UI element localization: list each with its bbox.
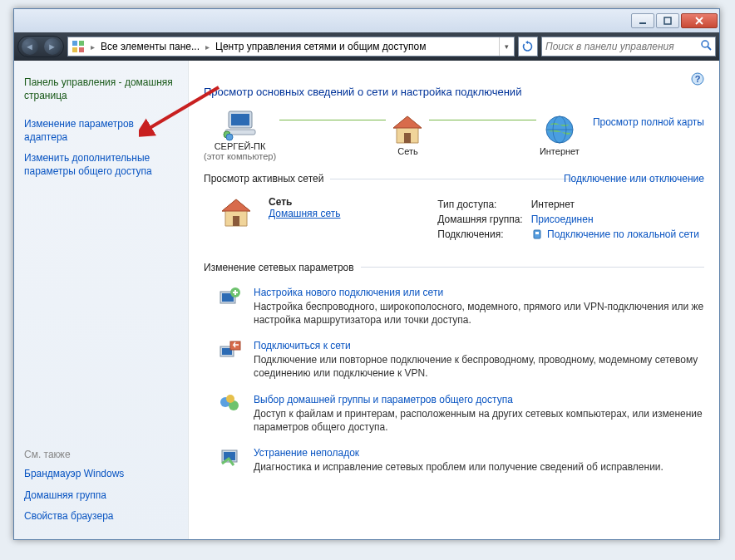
new-connection-icon (219, 287, 242, 308)
network-name: Сеть (269, 196, 340, 208)
svg-rect-14 (231, 114, 249, 125)
svg-rect-25 (535, 232, 539, 234)
svg-rect-23 (233, 216, 239, 226)
task-homegroup-link[interactable]: Выбор домашней группы и параметров общег… (254, 394, 513, 405)
network-map: СЕРГЕЙ-ПК (этот компьютер) Сеть (204, 108, 704, 161)
control-panel-icon (70, 38, 86, 55)
task-troubleshoot: Устранение неполадок Диагностика и испра… (204, 440, 704, 480)
active-networks-section: Просмотр активных сетей Подключение или … (204, 173, 704, 248)
close-button[interactable] (681, 13, 718, 28)
main-content: ? Просмотр основных сведений о сети и на… (189, 61, 719, 539)
search-box[interactable] (541, 37, 716, 56)
homegroup-link[interactable]: Присоединен (531, 214, 594, 225)
sidebar-browser-props[interactable]: Свойства браузера (24, 510, 178, 523)
change-settings-section: Изменение сетевых параметров Настройка н… (204, 262, 704, 480)
titlebar (14, 9, 719, 32)
connections-label: Подключения: (434, 228, 525, 242)
house-icon (219, 196, 254, 229)
task-homegroup: Выбор домашней группы и параметров общег… (204, 387, 704, 440)
task-desc: Доступ к файлам и принтерам, расположенн… (254, 407, 704, 434)
task-desc: Подключение или повторное подключение к … (254, 353, 704, 380)
task-troubleshoot-link[interactable]: Устранение неполадок (254, 447, 359, 459)
access-type-label: Тип доступа: (434, 198, 525, 211)
task-new-connection-link[interactable]: Настройка нового подключения или сети (254, 287, 443, 298)
search-input[interactable] (545, 41, 701, 52)
svg-point-8 (702, 41, 708, 47)
active-networks-legend: Просмотр активных сетей (204, 173, 330, 184)
connect-icon (219, 340, 242, 361)
breadcrumb-segment-network[interactable]: Центр управления сетями и общим доступом (212, 37, 430, 56)
chevron-right-icon: ▸ (88, 42, 97, 52)
connect-disconnect-link[interactable]: Подключение или отключение (564, 173, 704, 184)
task-desc: Настройка беспроводного, широкополосного… (254, 300, 704, 327)
chevron-right-icon: ▸ (203, 42, 212, 52)
back-button[interactable]: ◄ (22, 38, 38, 55)
house-icon (389, 113, 426, 146)
search-icon (701, 39, 712, 54)
sidebar-sharing-settings[interactable]: Изменить дополнительные параметры общего… (24, 152, 178, 178)
map-node-network-label: Сеть (397, 146, 417, 156)
page-title: Просмотр основных сведений о сети и наст… (204, 86, 704, 98)
network-properties: Тип доступа: Интернет Домашняя группа: П… (432, 196, 704, 243)
map-node-pc-label: СЕРГЕЙ-ПК (215, 141, 266, 151)
connection-link[interactable]: Подключение по локальной сети (547, 228, 699, 240)
computer-icon (222, 108, 259, 141)
svg-rect-4 (72, 41, 77, 46)
task-connect: Подключиться к сети Подключение или повт… (204, 333, 704, 386)
refresh-button[interactable] (518, 37, 538, 56)
change-settings-legend: Изменение сетевых параметров (204, 262, 361, 273)
svg-rect-18 (404, 133, 411, 143)
see-also-label: См. также (24, 449, 178, 460)
annotation-arrow-icon (139, 84, 222, 142)
svg-point-17 (226, 134, 233, 140)
map-connector (279, 120, 386, 120)
map-node-network: Сеть (389, 113, 426, 156)
breadcrumb-segment-all[interactable]: Все элементы пане... (97, 37, 203, 56)
task-new-connection: Настройка нового подключения или сети На… (204, 280, 704, 333)
globe-icon (541, 113, 578, 146)
task-desc: Диагностика и исправление сетевых пробле… (254, 460, 704, 474)
lan-icon (531, 229, 543, 241)
svg-text:?: ? (695, 74, 701, 84)
svg-line-10 (146, 87, 219, 130)
full-map-link[interactable]: Просмотр полной карты (593, 116, 704, 128)
map-node-internet: Интернет (540, 113, 580, 156)
svg-line-9 (708, 47, 711, 50)
maximize-button[interactable] (656, 13, 679, 28)
map-connector (429, 120, 535, 120)
window-frame: ◄ ► ▸ Все элементы пане... ▸ Центр управ… (13, 8, 720, 540)
homegroup-icon (219, 394, 242, 415)
breadcrumb-dropdown[interactable]: ▾ (499, 37, 514, 56)
svg-rect-7 (79, 47, 84, 52)
map-node-internet-label: Интернет (540, 146, 580, 156)
sidebar-firewall[interactable]: Брандмауэр Windows (24, 468, 178, 481)
network-type-link[interactable]: Домашняя сеть (269, 208, 340, 219)
breadcrumb[interactable]: ▸ Все элементы пане... ▸ Центр управлени… (67, 37, 515, 56)
minimize-button[interactable] (631, 13, 654, 28)
task-connect-link[interactable]: Подключиться к сети (254, 340, 351, 351)
map-node-pc-sublabel: (этот компьютер) (204, 151, 276, 161)
homegroup-label: Домашняя группа: (434, 213, 525, 226)
sidebar-homegroup[interactable]: Домашняя группа (24, 489, 178, 503)
address-bar: ◄ ► ▸ Все элементы пане... ▸ Центр управ… (14, 32, 719, 61)
svg-rect-1 (664, 17, 671, 24)
access-type-value: Интернет (528, 198, 703, 211)
troubleshoot-icon (219, 447, 242, 469)
svg-rect-5 (79, 41, 84, 46)
svg-rect-6 (72, 47, 77, 52)
nav-arrows: ◄ ► (17, 36, 64, 57)
forward-button[interactable]: ► (44, 38, 61, 55)
help-icon[interactable]: ? (691, 72, 704, 86)
svg-point-34 (226, 395, 234, 403)
